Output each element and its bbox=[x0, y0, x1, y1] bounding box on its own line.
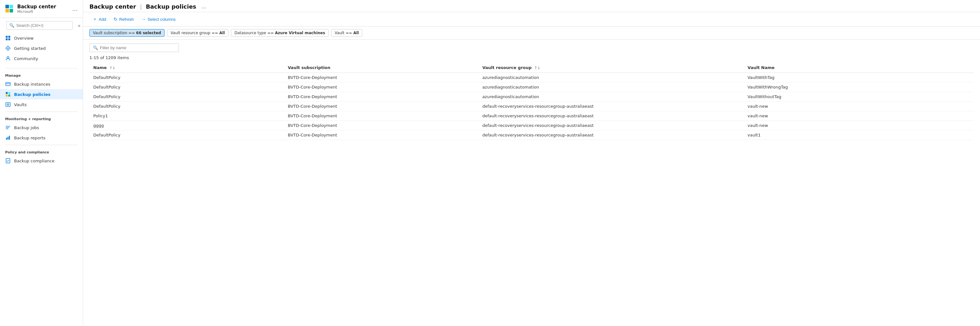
col-vault-sub-label: Vault subscription bbox=[288, 65, 330, 70]
svg-rect-10 bbox=[6, 83, 10, 86]
svg-point-8 bbox=[7, 48, 9, 49]
table-row[interactable]: Policy1 BVTD-Core-Deployment default-rec… bbox=[89, 111, 974, 121]
svg-rect-15 bbox=[8, 94, 10, 96]
nav-divider-monitoring bbox=[5, 112, 78, 112]
sidebar-item-backup-jobs[interactable]: Backup jobs bbox=[0, 122, 83, 133]
filter-bar: Vault subscription == 66 selected Vault … bbox=[83, 27, 980, 40]
col-name-label: Name bbox=[93, 65, 107, 70]
vaults-icon bbox=[5, 102, 11, 107]
sidebar-item-backup-reports[interactable]: Backup reports bbox=[0, 133, 83, 143]
filter-chip-vault-subscription[interactable]: Vault subscription == 66 selected bbox=[89, 29, 164, 37]
svg-rect-13 bbox=[8, 92, 10, 94]
sidebar-item-label: Getting started bbox=[14, 46, 46, 51]
refresh-label: Refresh bbox=[119, 17, 134, 22]
table-row[interactable]: DefaultPolicy BVTD-Core-Deployment defau… bbox=[89, 102, 974, 111]
table-row[interactable]: DefaultPolicy BVTD-Core-Deployment azure… bbox=[89, 73, 974, 83]
cell-vault-name: VaultWithoutTag bbox=[744, 92, 974, 102]
sidebar-item-community[interactable]: Community bbox=[0, 53, 83, 64]
svg-rect-14 bbox=[6, 94, 8, 96]
svg-rect-3 bbox=[10, 9, 13, 13]
backup-jobs-icon bbox=[5, 125, 11, 130]
sidebar-item-label: Backup compliance bbox=[14, 158, 54, 163]
cell-vault-name: vault-new bbox=[744, 102, 974, 111]
refresh-icon: ↻ bbox=[114, 17, 118, 22]
cell-vault-subscription: BVTD-Core-Deployment bbox=[284, 83, 479, 92]
search-input[interactable] bbox=[16, 23, 70, 28]
cell-name: DefaultPolicy bbox=[89, 102, 284, 111]
svg-rect-21 bbox=[6, 138, 7, 140]
svg-rect-5 bbox=[8, 36, 10, 38]
cell-vault-rg: azurediagnosticautomation bbox=[479, 73, 744, 83]
cell-name: Policy1 bbox=[89, 111, 284, 121]
cell-vault-name: VaultWithTag bbox=[744, 73, 974, 83]
table-row[interactable]: DefaultPolicy BVTD-Core-Deployment azure… bbox=[89, 92, 974, 102]
table-row[interactable]: gggg BVTD-Core-Deployment default-recove… bbox=[89, 121, 974, 130]
add-button[interactable]: ＋ Add bbox=[89, 15, 109, 24]
table-row[interactable]: DefaultPolicy BVTD-Core-Deployment azure… bbox=[89, 83, 974, 92]
filter-input-row: 🔍 bbox=[89, 43, 974, 52]
filter-chip-label: Vault == All bbox=[335, 31, 359, 35]
app-subtitle: Microsoft bbox=[17, 10, 56, 14]
col-vault-rg-label: Vault resource group bbox=[482, 65, 531, 70]
sidebar-item-overview[interactable]: Overview bbox=[0, 33, 83, 43]
sidebar-item-label: Backup jobs bbox=[14, 125, 39, 130]
filter-chip-datasource-type[interactable]: Datasource type == Azure Virtual machine… bbox=[231, 29, 329, 37]
cell-vault-subscription: BVTD-Core-Deployment bbox=[284, 73, 479, 83]
filter-chip-vault[interactable]: Vault == All bbox=[331, 29, 363, 37]
sidebar-item-backup-policies[interactable]: Backup policies bbox=[0, 89, 83, 99]
select-columns-button[interactable]: → Select columns bbox=[138, 15, 179, 23]
refresh-button[interactable]: ↻ Refresh bbox=[111, 15, 137, 23]
app-header-more[interactable]: ... bbox=[72, 5, 78, 12]
sidebar-item-label: Vaults bbox=[14, 102, 27, 107]
col-header-vault-rg[interactable]: Vault resource group ↑↓ bbox=[479, 62, 744, 73]
filter-input-box[interactable]: 🔍 bbox=[89, 43, 179, 52]
policy-section-label: Policy and compliance bbox=[0, 147, 83, 156]
backup-compliance-icon bbox=[5, 158, 11, 164]
filter-search-icon: 🔍 bbox=[93, 45, 98, 50]
svg-rect-1 bbox=[10, 5, 13, 8]
sidebar: Backup center Microsoft ... 🔍 « Overview… bbox=[0, 0, 83, 326]
sidebar-item-backup-compliance[interactable]: Backup compliance bbox=[0, 156, 83, 166]
cell-vault-subscription: BVTD-Core-Deployment bbox=[284, 102, 479, 111]
monitoring-section-label: Monitoring + reporting bbox=[0, 114, 83, 122]
cell-vault-rg: default-recoveryservices-resourcegroup-a… bbox=[479, 111, 744, 121]
filter-by-name-input[interactable] bbox=[100, 45, 175, 50]
sidebar-item-label: Backup policies bbox=[14, 92, 51, 97]
community-icon bbox=[5, 56, 11, 61]
sidebar-item-vaults[interactable]: Vaults bbox=[0, 99, 83, 110]
cell-name: DefaultPolicy bbox=[89, 92, 284, 102]
add-label: Add bbox=[99, 17, 106, 22]
svg-rect-12 bbox=[6, 92, 8, 94]
policies-table: Name ↑↓ Vault subscription Vault resourc… bbox=[89, 62, 974, 140]
sidebar-item-getting-started[interactable]: Getting started bbox=[0, 43, 83, 53]
search-box[interactable]: 🔍 bbox=[6, 21, 73, 30]
cell-vault-name: vault1 bbox=[744, 130, 974, 140]
table-header-row: Name ↑↓ Vault subscription Vault resourc… bbox=[89, 62, 974, 73]
getting-started-icon bbox=[5, 45, 11, 51]
cell-name: gggg bbox=[89, 121, 284, 130]
filter-chip-label: Datasource type == Azure Virtual machine… bbox=[234, 31, 325, 35]
select-columns-label: Select columns bbox=[148, 17, 176, 22]
cell-vault-name: vault-new bbox=[744, 111, 974, 121]
col-header-name[interactable]: Name ↑↓ bbox=[89, 62, 284, 73]
page-more-button[interactable]: ... bbox=[201, 3, 206, 10]
app-name: Backup center bbox=[17, 4, 56, 10]
backup-instances-icon bbox=[5, 81, 11, 87]
collapse-sidebar-button[interactable]: « bbox=[77, 23, 82, 28]
backup-policies-icon bbox=[5, 91, 11, 97]
svg-rect-23 bbox=[9, 136, 10, 140]
cell-vault-subscription: BVTD-Core-Deployment bbox=[284, 111, 479, 121]
nav-divider-manage bbox=[5, 68, 78, 69]
sidebar-item-backup-instances[interactable]: Backup instances bbox=[0, 79, 83, 89]
col-vault-rg-sort-icon[interactable]: ↑↓ bbox=[535, 66, 540, 70]
table-row[interactable]: DefaultPolicy BVTD-Core-Deployment defau… bbox=[89, 130, 974, 140]
app-header: Backup center Microsoft ... bbox=[0, 0, 83, 18]
cell-name: DefaultPolicy bbox=[89, 130, 284, 140]
sidebar-item-label: Community bbox=[14, 56, 38, 61]
svg-rect-7 bbox=[8, 38, 10, 40]
filter-chip-vault-rg[interactable]: Vault resource group == All bbox=[167, 29, 228, 37]
svg-rect-16 bbox=[6, 102, 10, 106]
svg-point-9 bbox=[7, 57, 9, 59]
col-name-sort-icon[interactable]: ↑↓ bbox=[110, 66, 115, 70]
nav-divider-policy bbox=[5, 145, 78, 145]
